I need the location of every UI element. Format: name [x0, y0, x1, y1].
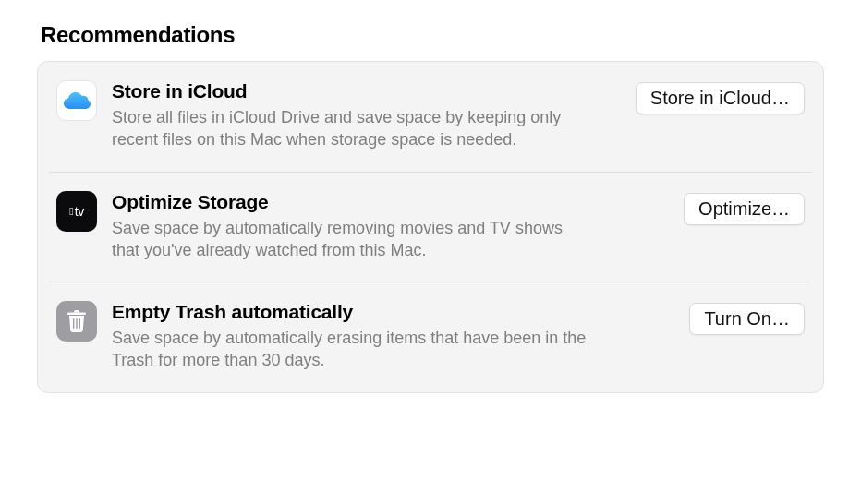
- recommendation-title: Empty Trash automatically: [112, 301, 667, 323]
- recommendation-description: Store all files in iCloud Drive and save…: [112, 106, 592, 151]
- recommendation-text: Empty Trash automatically Save space by …: [112, 301, 674, 372]
- store-in-icloud-button[interactable]: Store in iCloud…: [636, 82, 805, 114]
- icloud-icon: [56, 80, 97, 121]
- recommendation-row: Store in iCloud Store all files in iClou…: [38, 62, 823, 172]
- svg-rect-1: [73, 318, 74, 329]
- recommendation-text: Store in iCloud Store all files in iClou…: [112, 80, 621, 151]
- recommendation-title: Store in iCloud: [112, 80, 613, 102]
- svg-rect-0: [67, 313, 86, 316]
- recommendation-description: Save space by automatically removing mov…: [112, 217, 592, 262]
- recommendation-row: tv Optimize Storage Save space by autom…: [38, 173, 823, 282]
- recommendation-row: Empty Trash automatically Save space by …: [38, 282, 823, 392]
- recommendation-description: Save space by automatically erasing item…: [112, 327, 592, 372]
- optimize-button[interactable]: Optimize…: [684, 193, 805, 225]
- svg-rect-2: [76, 318, 77, 329]
- trash-icon: [56, 301, 97, 342]
- apple-tv-icon: tv: [56, 191, 97, 232]
- svg-rect-3: [79, 318, 80, 329]
- section-title: Recommendations: [41, 22, 824, 48]
- recommendation-title: Optimize Storage: [112, 191, 661, 213]
- recommendations-panel: Store in iCloud Store all files in iClou…: [37, 61, 824, 393]
- turn-on-button[interactable]: Turn On…: [689, 303, 805, 335]
- recommendation-text: Optimize Storage Save space by automatic…: [112, 191, 669, 262]
